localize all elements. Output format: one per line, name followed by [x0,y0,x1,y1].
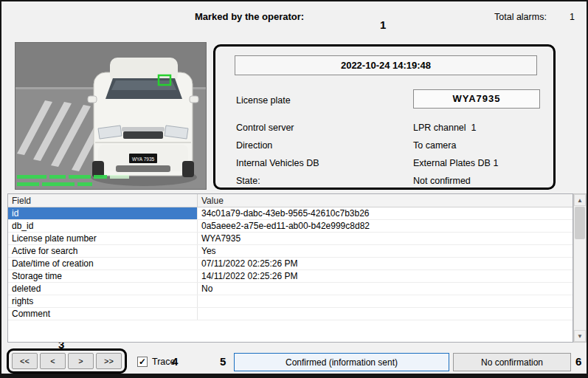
column-header-field[interactable]: Field [8,194,198,207]
previous-record-button[interactable]: < [40,353,66,369]
total-alarms-label: Total alarms: [494,12,547,22]
annotation-6: 6 [575,355,581,368]
alarm-timestamp: 2022-10-24 14:19:48 [235,55,537,75]
field-cell[interactable]: id [8,207,198,219]
vehicle-snapshot-image: WYA 7935 [15,43,206,189]
alarm-properties-table: Field Value id34c01a79-dabc-43eb-9565-42… [7,193,573,343]
lpr-alarm-window: Marked by the operator: Total alarms: 1 … [0,0,588,378]
field-cell[interactable]: Active for search [8,245,198,257]
value-cell[interactable]: 34c01a79-dabc-43eb-9565-42610c7b3b26 [198,207,573,219]
info-row: Internal Vehicles DBExternal Plates DB 1 [236,154,543,172]
confirm-button[interactable]: Confirmed (information sent) [234,353,449,371]
value-cell[interactable]: 0a5aeee2-a75e-ed11-ab00-b42e999c8d82 [198,220,573,232]
car-license-plate-text: WYA 7935 [132,157,155,162]
column-header-value[interactable]: Value [198,194,227,207]
info-value: LPR channel 1 [413,123,476,133]
field-cell[interactable]: License plate number [8,233,198,244]
car: WYA 7935 [88,58,198,186]
first-record-button[interactable]: << [12,353,38,369]
value-cell[interactable]: No [198,283,573,295]
scroll-up-icon[interactable]: ▲ [574,194,586,206]
navigation-group: << < > >> [7,348,127,374]
no-confirmation-button[interactable]: No confirmation [453,353,571,371]
info-label: Direction [236,140,413,151]
lpr-table-body: id34c01a79-dabc-43eb-9565-42610c7b3b26db… [8,207,573,320]
info-row: State:Not confirmed [236,172,543,190]
table-row[interactable]: Date/time of creation07/11/2022 02:25:26… [8,258,573,270]
page-title: Marked by the operator: [195,11,304,22]
info-row: Control serverLPR channel 1 [236,119,543,137]
info-label: State: [236,176,413,186]
trace-label: Trace [152,357,176,367]
value-cell[interactable]: WYA7935 [198,233,573,244]
field-cell[interactable]: deleted [8,283,198,295]
scrollbar-thumb[interactable] [575,207,585,239]
field-cell[interactable]: Storage time [8,270,198,282]
field-cell[interactable]: db_id [8,220,198,232]
annotation-5: 5 [220,355,226,368]
info-label: Control server [236,123,413,133]
last-record-button[interactable]: >> [96,353,122,369]
table-row[interactable]: License plate numberWYA7935 [8,233,573,245]
table-row[interactable]: rights [8,295,573,308]
value-cell[interactable]: 14/11/2022 02:25:26 PM [198,270,573,282]
alarm-info-panel: 2022-10-24 14:19:48 License plate WYA793… [213,44,556,190]
scroll-down-icon[interactable]: ▼ [574,330,586,342]
value-cell[interactable] [198,308,573,320]
field-cell[interactable]: Date/time of creation [8,258,198,269]
field-cell[interactable]: rights [8,295,198,307]
table-row[interactable]: Storage time14/11/2022 02:25:26 PM [8,270,573,283]
total-alarms-value: 1 [570,12,575,22]
value-cell[interactable]: 07/11/2022 02:25:26 PM [198,258,573,269]
check-icon: ✓ [139,357,146,367]
value-cell[interactable]: Yes [198,245,573,257]
trace-control: ✓ Trace [137,357,176,367]
table-row[interactable]: deletedNo [8,283,573,295]
license-plate-value: WYA7935 [413,89,540,109]
trace-checkbox[interactable]: ✓ [137,357,148,367]
table-scrollbar[interactable]: ▲ ▼ [573,193,587,343]
vehicle-snapshot: WYA 7935 [15,42,207,190]
next-record-button[interactable]: > [68,353,94,369]
annotation-1: 1 [380,18,386,31]
table-row[interactable]: Active for searchYes [8,245,573,258]
table-row[interactable]: id34c01a79-dabc-43eb-9565-42610c7b3b26 [8,207,573,220]
info-value: External Plates DB 1 [413,158,498,168]
table-row[interactable]: Comment [8,308,573,320]
table-row[interactable]: db_id0a5aeee2-a75e-ed11-ab00-b42e999c8d8… [8,220,573,233]
value-cell[interactable] [198,295,573,307]
field-cell[interactable]: Comment [8,308,198,320]
osd-overlay-light [110,175,129,179]
license-plate-label: License plate [236,95,291,106]
info-label: Internal Vehicles DB [236,158,413,168]
info-rows: Control serverLPR channel 1DirectionTo c… [236,119,543,190]
info-row: DirectionTo camera [236,137,543,154]
table-header-row: Field Value [8,194,573,207]
info-value: Not confirmed [413,176,471,186]
info-value: To camera [413,140,456,151]
